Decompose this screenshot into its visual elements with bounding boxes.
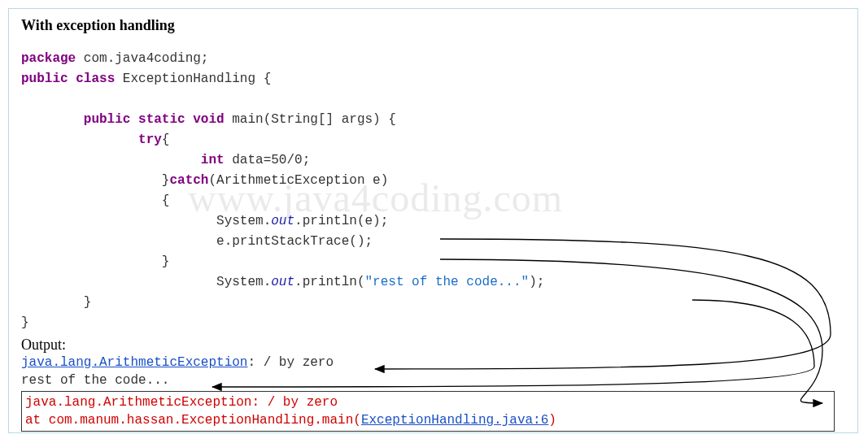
trace-line-2: at com.manum.hassan.ExceptionHandling.ma… (25, 411, 831, 429)
try-open: { (162, 132, 170, 147)
section-title: With exception handling (21, 17, 845, 34)
print-stack: e.printStackTrace(); (216, 234, 373, 249)
kw-class: class (76, 72, 115, 86)
println-pre: .println( (294, 275, 364, 289)
exception-link[interactable]: java.lang.ArithmeticException (21, 355, 247, 370)
system1: System. (216, 214, 271, 228)
code-example-container: www.java4coding.com With exception handl… (8, 8, 858, 433)
trace-line-1: java.lang.ArithmeticException: / by zero (25, 393, 831, 411)
kw-public: public (21, 72, 68, 86)
output-line-2: rest of the code... (21, 371, 845, 389)
kw-static: static (138, 112, 185, 127)
stack-trace-box: java.lang.ArithmeticException: / by zero… (21, 391, 835, 432)
rest-string: "rest of the code..." (365, 275, 530, 289)
out1: out (271, 214, 294, 228)
trace-at: at com.manum.hassan.ExceptionHandling.ma… (25, 413, 361, 428)
println-post: ); (529, 275, 544, 289)
kw-void: void (193, 112, 224, 127)
kw-public2: public (84, 112, 131, 127)
close-try: } (162, 173, 170, 188)
exception-msg: : / by zero (247, 355, 334, 370)
class-decl: ExceptionHandling { (115, 72, 271, 86)
catch-sig: (ArithmeticException e) (208, 173, 388, 188)
method-sig: main(String[] args) { (225, 112, 396, 127)
kw-int: int (201, 153, 225, 167)
kw-catch: catch (169, 173, 208, 188)
catch-close: } (162, 254, 170, 269)
catch-open: { (162, 193, 170, 208)
class-close: } (21, 315, 29, 330)
package-name: com.java4coding; (76, 51, 208, 66)
trace-post: ) (548, 413, 556, 428)
code-block: package com.java4coding; public class Ex… (21, 49, 845, 333)
out2: out (271, 275, 294, 289)
kw-package: package (21, 51, 76, 66)
kw-try: try (138, 132, 162, 147)
output-label: Output: (21, 337, 845, 354)
output-line-1: java.lang.ArithmeticException: / by zero (21, 354, 845, 371)
var-assign: data=50/0; (225, 153, 311, 167)
trace-file-link[interactable]: ExceptionHandling.java:6 (361, 413, 548, 428)
system2: System. (216, 275, 271, 289)
println-e: .println(e); (294, 214, 388, 228)
method-close: } (84, 295, 92, 310)
